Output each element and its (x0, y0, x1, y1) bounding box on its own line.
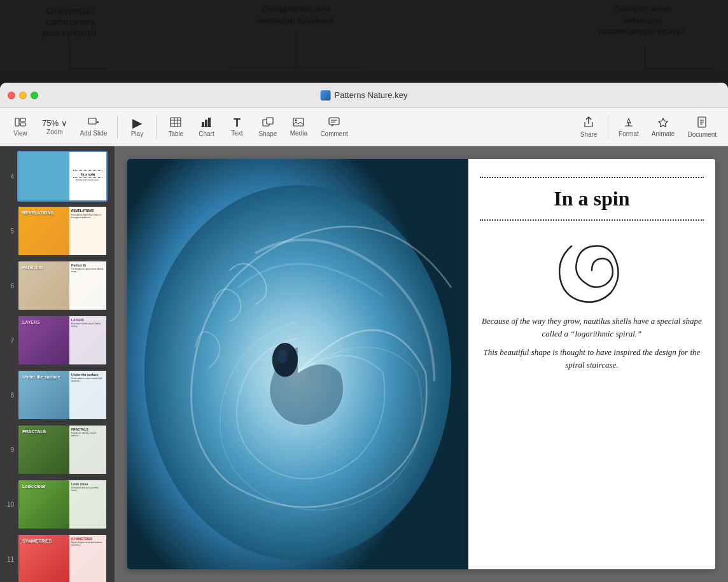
svg-rect-0 (15, 118, 19, 126)
view-button[interactable]: View (6, 114, 34, 139)
callout-3-hline-left (645, 69, 712, 69)
callout-2-hline-right (296, 67, 363, 67)
slide-item-7[interactable]: 7 LAYERS LAYERS Rock layers tell the sto… (0, 313, 115, 368)
slide-body-1: Because of the way they grow, nautilus s… (480, 315, 704, 340)
format-button[interactable]: Format (613, 114, 644, 140)
minimize-button[interactable] (19, 92, 27, 99)
view-icon (15, 117, 26, 128)
svg-rect-13 (208, 118, 211, 127)
svg-rect-11 (202, 122, 204, 127)
add-slide-label: Add Slide (80, 130, 108, 137)
zoom-button[interactable]: 75% ∨ Zoom (37, 116, 73, 138)
thumb-9-text: FRACTALS (22, 429, 46, 434)
slide-title: In a spin (480, 187, 704, 211)
add-slide-button[interactable]: Add Slide (75, 114, 113, 139)
slide-thumb-4[interactable]: In a spin Because of the way they grow..… (17, 151, 108, 202)
callout-2-text: Слайдтарыңызғанысандар қосыңыз. (235, 3, 356, 25)
svg-rect-12 (205, 120, 207, 127)
svg-point-18 (295, 120, 297, 121)
slide-thumb-5[interactable]: REVELATIONS REVELATIONS Honeybees build … (17, 205, 108, 256)
window-title: Patterns Nature.key (321, 90, 408, 100)
animate-icon (657, 117, 669, 129)
media-button[interactable]: Media (284, 114, 312, 139)
slide-item-4[interactable]: 4 In a spin Because of the way they grow… (0, 149, 115, 204)
traffic-lights (8, 92, 38, 99)
share-icon (584, 116, 594, 130)
maximize-button[interactable] (31, 92, 38, 99)
toolbar: View 75% ∨ Zoom Add Slide ▶ Play (0, 108, 728, 146)
slide-item-11[interactable]: 11 SYMMETRIES SYMMETRIES Nature displays… (0, 532, 115, 582)
slide-panel[interactable]: 4 In a spin Because of the way they grow… (0, 146, 115, 582)
slide-canvas[interactable]: In a spin Because of the way they grow, … (115, 146, 728, 582)
slide-item-6[interactable]: 6 Perfect fit Perfect fit The hexagon is… (0, 258, 115, 313)
svg-rect-19 (329, 118, 339, 125)
svg-rect-3 (88, 118, 96, 124)
keynote-app-icon (321, 90, 331, 100)
thumb-10-text: Look close (22, 484, 46, 488)
format-icon (623, 117, 634, 129)
slide-thumb-8[interactable]: Under the surface Under the surface Ocea… (17, 370, 108, 420)
document-button[interactable]: Document (682, 114, 722, 141)
media-label: Media (290, 130, 307, 137)
slide-number-5: 5 (4, 228, 14, 235)
dotted-line-top (480, 177, 704, 178)
thumb-6-text: Perfect fit (22, 265, 43, 270)
table-icon (170, 117, 181, 129)
view-label: View (13, 130, 27, 137)
slide-body-2: This beautiful shape is thought to have … (480, 346, 704, 371)
chart-icon (200, 117, 212, 129)
shape-label: Shape (258, 130, 277, 137)
slide-text-panel: In a spin Because of the way they grow, … (468, 159, 715, 569)
slide-thumb-10[interactable]: Look close Look close Romanesco broccoli… (17, 479, 108, 530)
table-button[interactable]: Table (162, 114, 190, 140)
callout-2-hline-left (229, 67, 296, 67)
slide-number-11: 11 (4, 556, 14, 563)
table-label: Table (169, 130, 184, 137)
titlebar: Patterns Nature.key (0, 83, 728, 108)
play-icon: ▶ (132, 116, 142, 129)
slide-number-7: 7 (4, 337, 14, 344)
app-window: Patterns Nature.key View 75% ∨ Zoom (0, 83, 728, 582)
comment-button[interactable]: Comment (315, 114, 353, 140)
shape-button[interactable]: Shape (253, 114, 282, 140)
text-icon: T (234, 117, 241, 128)
slide-thumb-9[interactable]: FRACTALS FRACTALS Fractals are infinitel… (17, 424, 108, 475)
slide-number-8: 8 (4, 392, 14, 399)
share-button[interactable]: Share (575, 114, 603, 141)
comment-label: Comment (320, 130, 347, 137)
slide-item-5[interactable]: 5 REVELATIONS REVELATIONS Honeybees buil… (0, 204, 115, 258)
comment-icon (328, 117, 340, 129)
svg-rect-2 (20, 123, 25, 126)
spiral-container (480, 232, 704, 308)
play-label: Play (131, 130, 143, 137)
zoom-icon: 75% ∨ (42, 119, 67, 127)
slide-number-4: 4 (4, 173, 14, 180)
svg-rect-6 (171, 118, 181, 127)
chart-button[interactable]: Chart (192, 114, 220, 140)
slide-thumb-6[interactable]: Perfect fit Perfect fit The hexagon is n… (17, 260, 108, 311)
slide-item-9[interactable]: 9 FRACTALS FRACTALS Fractals are infinit… (0, 422, 115, 477)
current-slide: In a spin Because of the way they grow, … (127, 159, 715, 569)
slide-number-9: 9 (4, 447, 14, 454)
text-label: Text (231, 130, 242, 137)
slide-image (127, 159, 468, 569)
main-area: 4 In a spin Because of the way they grow… (0, 146, 728, 582)
slide-number-6: 6 (4, 282, 14, 289)
animate-label: Animate (652, 130, 675, 137)
document-icon (697, 116, 707, 130)
media-icon (293, 117, 304, 128)
play-button[interactable]: ▶ Play (123, 114, 151, 140)
slide-thumb-7[interactable]: LAYERS LAYERS Rock layers tell the story… (17, 315, 108, 366)
text-button[interactable]: T Text (223, 114, 251, 139)
format-label: Format (619, 130, 639, 137)
toolbar-sep-1 (117, 116, 118, 139)
slide-thumb-11[interactable]: SYMMETRIES SYMMETRIES Nature displays re… (17, 534, 108, 582)
slide-item-10[interactable]: 10 Look close Look close Romanesco brocc… (0, 477, 115, 532)
animate-button[interactable]: Animate (647, 114, 680, 140)
svg-rect-17 (293, 118, 304, 126)
slide-item-8[interactable]: 8 Under the surface Under the surface Oc… (0, 368, 115, 422)
callout-3-text: Пішімдеу жәнеанимацияпараметрлерін көрің… (569, 3, 715, 37)
close-button[interactable] (8, 92, 15, 99)
nautilus-svg (127, 159, 468, 569)
zoom-label: Zoom (46, 128, 63, 135)
